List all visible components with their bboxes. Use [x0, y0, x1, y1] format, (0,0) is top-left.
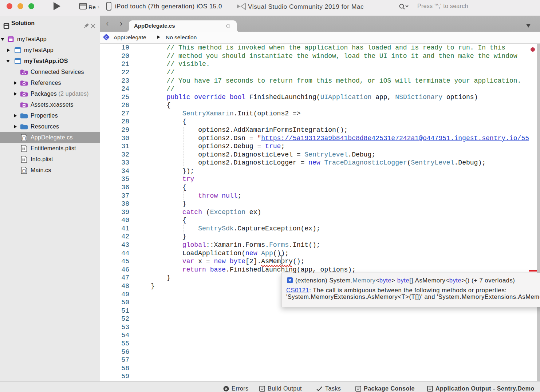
svg-text:C: C	[105, 35, 108, 39]
svg-text:{}: {}	[21, 169, 27, 173]
svg-text:{}: {}	[21, 136, 27, 140]
